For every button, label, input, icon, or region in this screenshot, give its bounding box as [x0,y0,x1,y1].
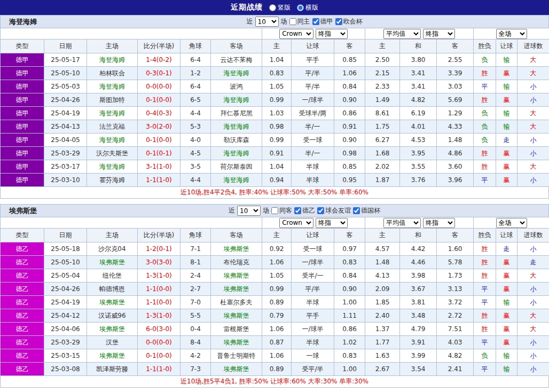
eu-avg-select[interactable]: 平均值 [383,218,421,228]
scope-select[interactable]: 全场 [496,218,527,228]
away-team-link[interactable]: 埃弗斯堡 [211,309,262,323]
bundesliga-filter[interactable]: 德甲 [312,17,333,26]
club-friendly-filter[interactable]: 球会友谊 [317,206,351,215]
german-cup-checkbox[interactable] [353,207,360,214]
match-date: 25-05-03 [44,80,87,93]
bundesliga-checkbox[interactable] [312,18,319,25]
away-team-link[interactable]: 普鲁士明斯特 [211,349,262,363]
score-link[interactable]: 0-1(0-1) [138,147,181,160]
away-team-link[interactable]: 海登海姆 [211,67,262,80]
eu-avg-select[interactable]: 平均值 [383,29,421,39]
score-link[interactable]: 1-2(0-1) [138,242,181,256]
away-team-link[interactable]: 埃弗斯堡 [211,242,262,256]
eu-final-select[interactable]: 终指 [423,29,455,39]
home-team-link[interactable]: 汉诺威96 [87,309,138,323]
column-header: 胜负 [474,40,496,53]
ah-final-select[interactable]: 终指 [316,29,348,39]
bundesliga2-filter[interactable]: 德乙 [294,206,315,215]
score-link[interactable]: 6-0(3-0) [138,323,181,336]
away-team-link[interactable]: 拜仁慕尼黑 [211,107,262,120]
score-link[interactable]: 1-3(1-0) [138,309,181,323]
away-team-link[interactable]: 海登海姆 [211,93,262,107]
company-select[interactable]: Crown [279,218,313,228]
company-select[interactable]: Crown [279,29,313,39]
home-team-link[interactable]: 海登海姆 [87,134,138,147]
conference-league-filter[interactable]: 欧会杯 [335,17,363,26]
score-link[interactable]: 0-1(0-0) [138,134,181,147]
score-link[interactable]: 1-1(1-0) [138,174,181,187]
away-team-link[interactable]: 海登海姆 [211,147,262,160]
away-team-link[interactable]: 海登海姆 [211,174,262,187]
score-link[interactable]: 1-4(0-2) [138,53,181,67]
home-team-link[interactable]: 海登海姆 [87,160,138,174]
match-count-select[interactable]: 10 [255,17,279,27]
eu-away-odds: 1.29 [437,107,474,120]
score-link[interactable]: 0-0(0-0) [138,80,181,93]
score-link[interactable]: 1-1(0-0) [138,296,181,309]
bundesliga2-checkbox[interactable] [294,207,301,214]
eu-final-select[interactable]: 终指 [423,218,455,228]
away-team-link[interactable]: 云达不莱梅 [211,53,262,67]
match-row: 德乙 25-04-12 汉诺威96 1-3(1-0) 5-5 埃弗斯堡 0.79… [1,309,549,323]
home-team-link[interactable]: 海登海姆 [87,107,138,120]
home-team-link[interactable]: 海登海姆 [87,53,138,67]
away-team-link[interactable]: 杜塞尔多夫 [211,296,262,309]
home-team-link[interactable]: 沙尔克04 [87,242,138,256]
home-team-link[interactable]: 埃弗斯堡 [87,349,138,363]
home-team-link[interactable]: 汉堡 [87,336,138,349]
home-team-link[interactable]: 沃尔夫斯堡 [87,147,138,160]
score-link[interactable]: 0-4(0-3) [138,107,181,120]
score-link[interactable]: 1-1(1-0) [138,363,181,376]
score-link[interactable]: 3-0(3-0) [138,256,181,269]
score-link[interactable]: 3-1(1-0) [138,160,181,174]
home-team-link[interactable]: 霍芬海姆 [87,174,138,187]
home-team-link[interactable]: 法兰克福 [87,120,138,134]
same-home-checkbox[interactable] [289,18,296,25]
layout-vertical-option[interactable]: 竖版 [269,3,291,12]
same-away-filter[interactable]: 同客 [271,206,292,215]
away-team-link[interactable]: 荷尔斯泰因 [211,160,262,174]
away-team-link[interactable]: 布伦瑞克 [211,256,262,269]
home-team-link[interactable]: 纽伦堡 [87,269,138,283]
home-team-link[interactable]: 埃弗斯堡 [87,256,138,269]
home-team-link[interactable]: 斯图加特 [87,93,138,107]
scope-select[interactable]: 全场 [496,29,527,39]
away-team-link[interactable]: 埃弗斯堡 [211,269,262,283]
column-header: 角球 [181,40,211,53]
score-link[interactable]: 0-0(0-0) [138,336,181,349]
away-team-link[interactable]: 埃弗斯堡 [211,283,262,296]
corner-count: 7-3 [181,363,211,376]
ah-final-select[interactable]: 终指 [316,218,348,228]
score-link[interactable]: 1-3(1-0) [138,269,181,283]
score-link[interactable]: 0-1(0-0) [138,349,181,363]
home-team-link[interactable]: 海登海姆 [87,80,138,93]
german-cup-filter[interactable]: 德国杯 [353,206,380,215]
away-team-link[interactable]: 海登海姆 [211,120,262,134]
same-home-filter[interactable]: 同主 [289,17,310,26]
home-team-link[interactable]: 柏林联合 [87,67,138,80]
match-count-select[interactable]: 10 [237,206,261,216]
layout-horizontal-option[interactable]: 横版 [297,3,318,12]
home-team-link[interactable]: 帕德博恩 [87,283,138,296]
eu-draw-odds: 4.46 [400,256,437,269]
home-team-link[interactable]: 埃弗斯堡 [87,296,138,309]
away-team-link[interactable]: 勒沃库森 [211,134,262,147]
club-friendly-checkbox[interactable] [317,207,324,214]
score-link[interactable]: 0-3(0-1) [138,67,181,80]
score-link[interactable]: 0-1(0-0) [138,93,181,107]
home-team-link[interactable]: 埃弗斯堡 [87,323,138,336]
away-team-link[interactable]: 波鸿 [211,80,262,93]
conference-league-checkbox[interactable] [335,18,342,25]
vertical-radio[interactable] [269,4,276,11]
score-link[interactable]: 1-1(0-0) [138,283,181,296]
same-away-checkbox[interactable] [271,207,278,214]
away-team-link[interactable]: 雷根斯堡 [211,323,262,336]
horizontal-radio[interactable] [297,4,304,11]
vertical-radio-label: 竖版 [278,3,291,12]
score-link[interactable]: 3-0(2-0) [138,120,181,134]
away-team-link[interactable]: 埃弗斯堡 [211,363,262,376]
eu-away-odds: 3.03 [437,80,474,93]
home-team-link[interactable]: 凯泽斯劳滕 [87,363,138,376]
away-team-link[interactable]: 埃弗斯堡 [211,336,262,349]
corner-count: 7-0 [181,296,211,309]
